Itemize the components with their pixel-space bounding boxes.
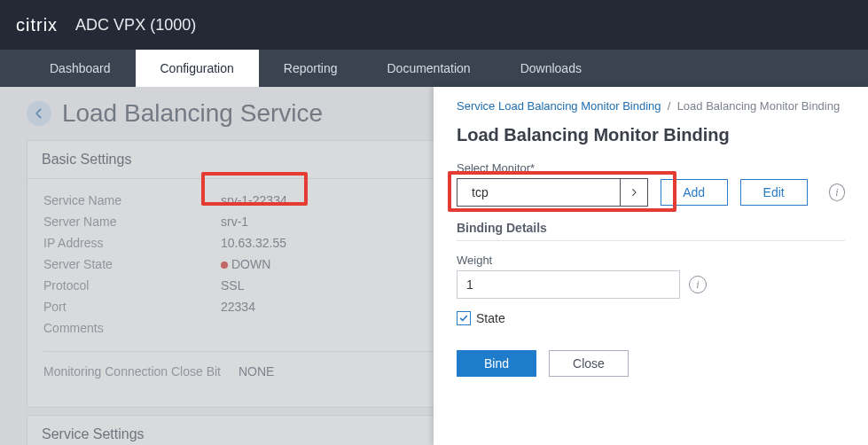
chevron-right-icon[interactable] [620,179,647,206]
breadcrumb: Service Load Balancing Monitor Binding /… [457,99,845,113]
value-server-state-text: DOWN [231,257,270,271]
add-button[interactable]: Add [661,179,728,206]
nav-configuration[interactable]: Configuration [136,50,259,87]
nav-downloads[interactable]: Downloads [496,50,606,87]
value-server-state: DOWN [221,257,270,271]
top-bar: citrix ADC VPX (1000) [0,0,868,50]
monitor-binding-panel: Service Load Balancing Monitor Binding /… [434,87,868,445]
value-protocol: SSL [221,278,244,293]
value-server-name: srv-1 [221,215,248,229]
bind-button[interactable]: Bind [457,350,536,377]
breadcrumb-current: Load Balancing Monitor Binding [677,99,841,113]
close-button[interactable]: Close [549,350,629,377]
value-port: 22334 [221,300,255,314]
select-monitor-picker[interactable]: tcp [457,178,648,207]
label-protocol: Protocol [43,278,221,293]
status-dot-icon [221,262,228,269]
panel-title: Load Balancing Monitor Binding [457,125,845,145]
product-name: ADC VPX (1000) [75,16,196,35]
select-monitor-value: tcp [472,185,489,199]
primary-nav: Dashboard Configuration Reporting Docume… [0,50,868,87]
nav-documentation[interactable]: Documentation [362,50,495,87]
brand-logo-text: citrix [16,15,58,35]
value-ip-address: 10.63.32.55 [221,236,286,250]
page-title: Load Balancing Service [62,99,323,128]
weight-input[interactable] [457,270,680,299]
nav-dashboard[interactable]: Dashboard [25,50,136,87]
content-area: Load Balancing Service Basic Settings Se… [0,87,868,445]
value-mon-close-bit: NONE [239,364,274,379]
binding-details-header: Binding Details [457,221,845,241]
state-checkbox[interactable] [457,311,471,325]
label-comments: Comments [43,321,221,335]
breadcrumb-sep: / [668,99,671,113]
label-server-name: Server Name [43,215,221,229]
edit-button[interactable]: Edit [740,179,808,206]
label-service-name: Service Name [43,193,221,207]
state-checkbox-label: State [476,311,505,325]
info-icon[interactable]: i [689,276,707,293]
weight-label: Weight [457,254,845,267]
value-service-name: srv-1-22334 [221,193,287,207]
label-ip-address: IP Address [43,236,221,250]
info-icon[interactable]: i [829,183,845,201]
label-port: Port [43,300,221,314]
breadcrumb-link[interactable]: Service Load Balancing Monitor Binding [457,99,661,113]
back-arrow-icon[interactable] [27,101,51,126]
label-mon-close-bit: Monitoring Connection Close Bit [43,364,239,379]
select-monitor-label: Select Monitor* [457,161,845,175]
nav-reporting[interactable]: Reporting [259,50,363,87]
label-server-state: Server State [43,257,221,271]
brand-logo: citrix [16,15,58,35]
